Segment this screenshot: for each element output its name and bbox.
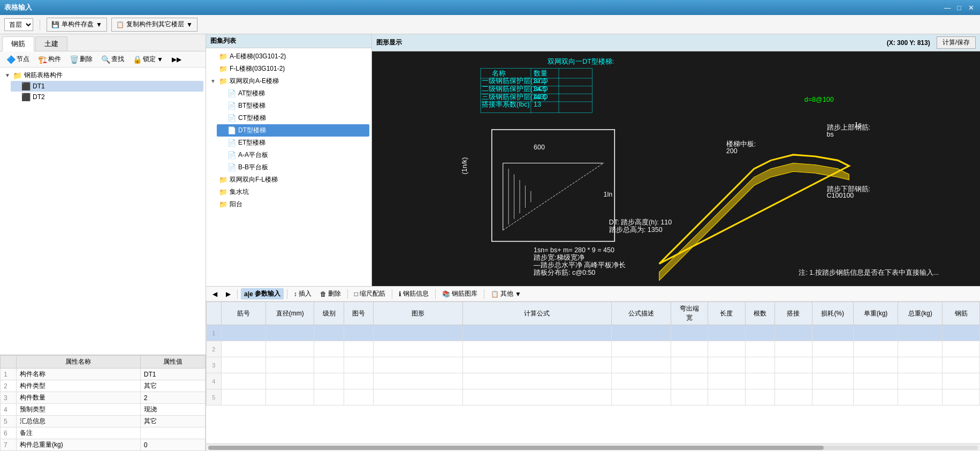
component-tree[interactable]: ▼ 📁 钢筋表格构件 ⬛ DT1 ⬛ DT2	[0, 67, 206, 355]
rebar-cell[interactable]	[221, 341, 265, 357]
catalog-node-cat3-3[interactable]: 📄CT型楼梯	[217, 112, 369, 124]
rebar-info-button[interactable]: ℹ 钢筋信息	[396, 288, 432, 299]
tab-rebar[interactable]: 钢筋	[2, 36, 34, 51]
rebar-cell[interactable]	[745, 357, 775, 373]
restore-button[interactable]: □	[954, 3, 964, 12]
rebar-cell[interactable]	[708, 373, 745, 389]
rebar-cell[interactable]	[775, 373, 812, 389]
rebar-cell[interactable]	[314, 341, 344, 357]
catalog-item[interactable]: 📁集水坑	[208, 186, 369, 198]
rebar-cell[interactable]	[462, 341, 611, 357]
prop-value[interactable]: 2	[140, 392, 205, 404]
rebar-cell[interactable]	[775, 325, 812, 341]
rebar-cell[interactable]	[314, 357, 344, 373]
save-component-button[interactable]: 💾 单构件存盘 ▼	[47, 18, 107, 32]
insert-button[interactable]: ↕ 插入	[291, 288, 315, 299]
rebar-cell[interactable]	[671, 325, 708, 341]
rebar-cell[interactable]	[344, 341, 374, 357]
rebar-cell[interactable]	[812, 373, 853, 389]
rebar-cell[interactable]	[853, 325, 898, 341]
rebar-cell[interactable]	[898, 389, 943, 405]
rebar-cell[interactable]	[775, 357, 812, 373]
rebar-cell[interactable]	[266, 325, 314, 341]
prop-value[interactable]: DT1	[140, 369, 205, 380]
catalog-item[interactable]: 📄BT型楼梯	[217, 100, 369, 112]
rebar-cell[interactable]	[898, 357, 943, 373]
rebar-cell[interactable]	[708, 357, 745, 373]
rebar-cell[interactable]	[462, 357, 611, 373]
node-button[interactable]: 🔷 节点	[3, 54, 33, 65]
rebar-cell[interactable]	[266, 341, 314, 357]
rebar-cell[interactable]	[943, 373, 980, 389]
rebar-cell[interactable]	[221, 389, 265, 405]
catalog-node-cat2[interactable]: 📁F-L楼梯(03G101-2)	[208, 63, 369, 75]
catalog-item[interactable]: 📄ET型楼梯	[217, 137, 369, 149]
expand-button[interactable]: ▶▶	[169, 55, 185, 64]
rebar-cell[interactable]	[374, 341, 463, 357]
catalog-node-cat3-1[interactable]: 📄AT型楼梯	[217, 87, 369, 100]
rebar-cell[interactable]	[344, 325, 374, 341]
rebar-cell[interactable]	[745, 341, 775, 357]
rebar-cell[interactable]	[745, 325, 775, 341]
component-button[interactable]: 🏗️ 构件	[35, 54, 64, 65]
catalog-node-cat3[interactable]: ▼📁双网双向A-E楼梯📄AT型楼梯📄BT型楼梯📄CT型楼梯📄DT型楼梯📄ET型楼…	[208, 75, 369, 174]
rebar-cell[interactable]	[853, 357, 898, 373]
rebar-cell[interactable]	[344, 357, 374, 373]
rebar-cell[interactable]	[221, 373, 265, 389]
rebar-cell[interactable]	[314, 389, 344, 405]
rebar-cell[interactable]	[943, 341, 980, 357]
rebar-cell[interactable]	[671, 341, 708, 357]
delete-button[interactable]: 🗑️ 删除	[66, 54, 96, 65]
catalog-node-cat3-6[interactable]: 📄A-A平台板	[217, 149, 369, 161]
catalog-item[interactable]: 📁双网双向F-L楼梯	[208, 174, 369, 186]
rebar-table-wrapper[interactable]: 筋号 直径(mm) 级别 图号 图形 计算公式 公式描述 弯出端宽 长度 根数 …	[206, 302, 980, 444]
rebar-cell[interactable]	[775, 341, 812, 357]
catalog-item[interactable]: 📁A-E楼梯(03G101-2)	[208, 50, 369, 63]
tree-root[interactable]: ▼ 📁 钢筋表格构件	[2, 70, 203, 81]
catalog-node-cat4[interactable]: 📁双网双向F-L楼梯	[208, 174, 369, 186]
rebar-cell[interactable]	[708, 389, 745, 405]
rebar-cell[interactable]	[812, 325, 853, 341]
rebar-cell[interactable]	[812, 341, 853, 357]
rebar-cell[interactable]	[344, 389, 374, 405]
rebar-cell[interactable]	[812, 357, 853, 373]
catalog-item[interactable]: 📄B-B平台板	[217, 161, 369, 174]
prev-button[interactable]: ◀	[209, 289, 221, 299]
copy-component-button[interactable]: 📋 复制构件到其它楼层 ▼	[111, 18, 197, 32]
catalog-node-cat3-4[interactable]: 📄DT型楼梯	[217, 124, 369, 137]
catalog-item[interactable]: 📁F-L楼梯(03G101-2)	[208, 63, 369, 75]
prop-value[interactable]: 现浇	[140, 404, 205, 416]
rebar-cell[interactable]	[671, 357, 708, 373]
rebar-cell[interactable]	[221, 325, 265, 341]
rebar-cell[interactable]	[898, 373, 943, 389]
prop-value[interactable]: 其它	[140, 416, 205, 427]
tree-item-DT2[interactable]: ⬛ DT2	[11, 92, 203, 102]
catalog-item[interactable]: 📄A-A平台板	[217, 149, 369, 161]
catalog-node-cat1[interactable]: 📁A-E楼梯(03G101-2)	[208, 50, 369, 63]
horizontal-scrollbar[interactable]	[206, 444, 980, 451]
rebar-cell[interactable]	[314, 373, 344, 389]
rebar-cell[interactable]	[671, 389, 708, 405]
catalog-item[interactable]: ▼📁双网双向A-E楼梯	[208, 75, 369, 87]
floor-select[interactable]: 首层	[4, 18, 33, 31]
calc-save-button[interactable]: 计算/保存	[937, 36, 976, 49]
prop-value[interactable]: 其它	[140, 380, 205, 392]
catalog-tree[interactable]: 📁A-E楼梯(03G101-2)📁F-L楼梯(03G101-2)▼📁双网双向A-…	[206, 48, 371, 286]
rebar-cell[interactable]	[266, 357, 314, 373]
minimize-button[interactable]: —	[943, 3, 952, 12]
rebar-cell[interactable]	[462, 373, 611, 389]
close-button[interactable]: ✕	[966, 3, 976, 12]
catalog-node-cat3-5[interactable]: 📄ET型楼梯	[217, 137, 369, 149]
prop-value[interactable]	[140, 427, 205, 439]
rebar-cell[interactable]	[611, 389, 671, 405]
catalog-node-cat3-7[interactable]: 📄B-B平台板	[217, 161, 369, 174]
catalog-item[interactable]: 📄DT型楼梯	[217, 124, 369, 137]
rebar-cell[interactable]	[374, 357, 463, 373]
rebar-cell[interactable]	[775, 389, 812, 405]
rebar-cell[interactable]	[611, 357, 671, 373]
rebar-cell[interactable]	[344, 373, 374, 389]
rebar-cell[interactable]	[462, 389, 611, 405]
rebar-cell[interactable]	[898, 325, 943, 341]
catalog-item[interactable]: 📁阳台	[208, 198, 369, 211]
rebar-cell[interactable]	[611, 325, 671, 341]
